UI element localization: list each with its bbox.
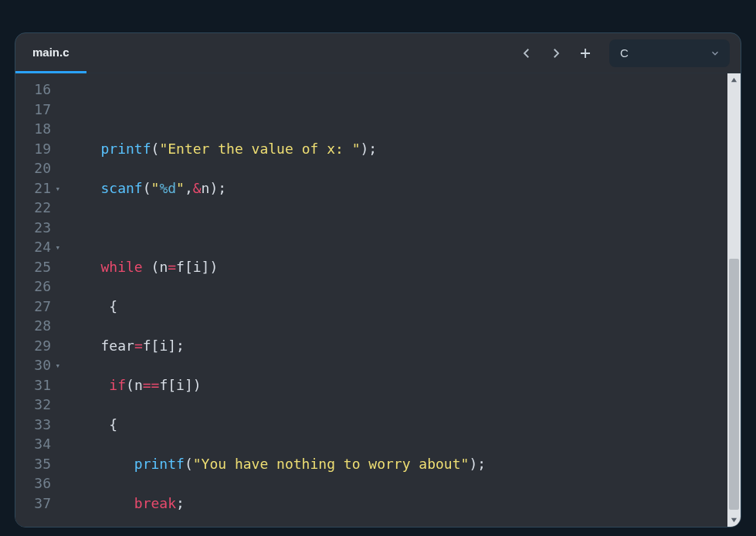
tab-label: main.c <box>32 46 69 58</box>
line-number: 25 <box>15 257 60 277</box>
code-content[interactable]: printf("Enter the value of x: "); scanf(… <box>68 73 741 527</box>
prev-tab-button[interactable] <box>514 40 540 66</box>
plus-icon <box>578 46 592 60</box>
next-tab-button[interactable] <box>543 40 569 66</box>
vertical-scrollbar[interactable] <box>727 73 741 527</box>
svg-marker-2 <box>731 78 737 82</box>
scrollbar-thumb[interactable] <box>729 259 739 510</box>
scroll-up-button[interactable] <box>727 73 741 87</box>
line-number: 21▾ <box>15 178 60 198</box>
language-selector[interactable]: C <box>609 39 730 67</box>
line-number: 36 <box>15 473 60 494</box>
line-number: 27 <box>15 297 60 317</box>
line-number: 23 <box>15 218 60 238</box>
scroll-down-button[interactable] <box>727 514 741 527</box>
line-number: 24▾ <box>15 237 60 257</box>
line-number: 22 <box>15 198 60 218</box>
chevron-right-icon <box>549 46 563 60</box>
line-number: 29 <box>15 336 60 356</box>
line-number: 17 <box>15 100 60 120</box>
line-number: 33 <box>15 415 60 435</box>
new-tab-button[interactable] <box>572 40 598 66</box>
line-number-gutter: 161718192021▾222324▾252627282930▾3132333… <box>15 73 68 527</box>
line-number: 18 <box>15 119 60 139</box>
line-number: 19 <box>15 139 60 159</box>
svg-marker-3 <box>731 518 737 522</box>
chevron-left-icon <box>520 46 534 60</box>
code-area: 161718192021▾222324▾252627282930▾3132333… <box>15 73 741 527</box>
line-number: 20 <box>15 158 60 178</box>
tab-bar: main.c C <box>15 33 741 73</box>
line-number: 16 <box>15 80 60 100</box>
editor-panel: main.c C 161718192021▾222324▾25262728293… <box>15 32 741 528</box>
line-number: 31 <box>15 375 60 395</box>
line-number: 34 <box>15 434 60 454</box>
file-tab-main-c[interactable]: main.c <box>15 34 86 73</box>
chevron-down-icon <box>710 48 720 59</box>
triangle-up-icon <box>731 76 737 83</box>
line-number: 30▾ <box>15 355 60 375</box>
line-number: 28 <box>15 316 60 336</box>
triangle-down-icon <box>731 517 737 524</box>
line-number: 37 <box>15 494 60 514</box>
line-number: 32 <box>15 395 60 415</box>
line-number: 26 <box>15 276 60 297</box>
language-selector-value: C <box>620 47 629 59</box>
line-number: 35 <box>15 454 60 474</box>
